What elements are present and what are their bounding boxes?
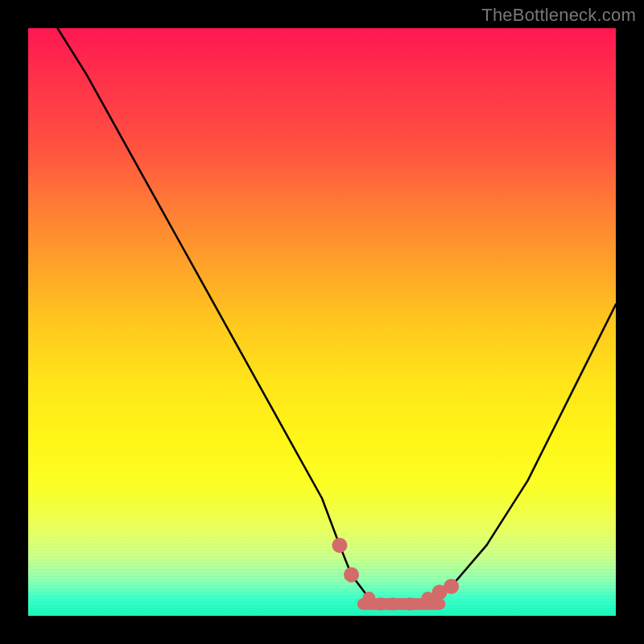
watermark-text: TheBottleneck.com	[481, 5, 636, 26]
curve-marker	[332, 538, 347, 553]
bottleneck-curve	[58, 28, 617, 604]
curve-marker	[444, 579, 459, 594]
curve-svg	[28, 28, 616, 616]
curve-marker	[374, 597, 387, 610]
chart-frame: TheBottleneck.com	[0, 0, 644, 644]
curve-marker	[403, 597, 416, 610]
plot-area	[28, 28, 616, 616]
curve-marker	[432, 584, 448, 600]
curve-marker	[362, 592, 375, 605]
curve-marker	[344, 567, 359, 582]
gradient-bands	[28, 519, 616, 616]
curve-marker	[421, 592, 434, 605]
curve-marker	[386, 597, 399, 610]
curve-markers	[332, 538, 459, 611]
